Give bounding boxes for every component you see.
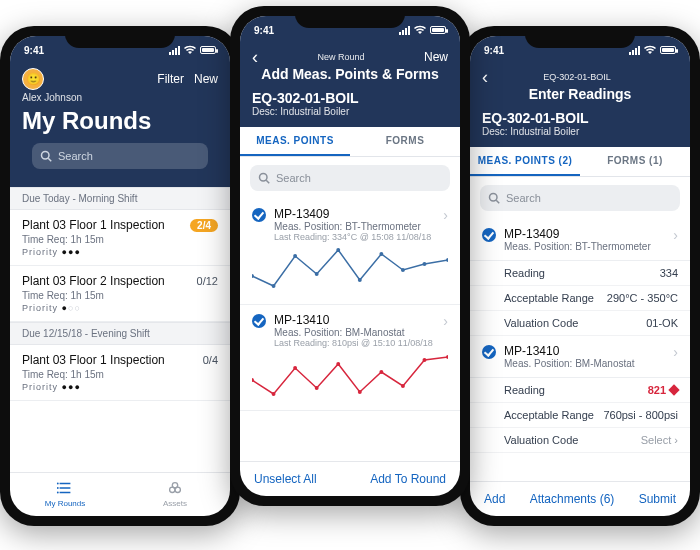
valuation-row[interactable]: Valuation Code Select ›	[470, 428, 690, 453]
meas-point-item[interactable]: MP-13410 Meas. Position: BM-Manostat Las…	[240, 305, 460, 411]
search-input[interactable]: Search	[480, 185, 680, 211]
round-item[interactable]: Plant 03 Floor 1 Inspection 0/4 Time Req…	[10, 345, 230, 401]
search-placeholder: Search	[506, 192, 541, 204]
svg-line-9	[266, 180, 269, 183]
tab-meas-points[interactable]: MEAS. POINTS (2)	[470, 147, 580, 176]
add-button[interactable]: Add	[484, 492, 505, 506]
round-title: Plant 03 Floor 1 Inspection	[22, 218, 165, 232]
submit-button[interactable]: Submit	[639, 492, 676, 506]
checkbox-checked-icon[interactable]	[482, 345, 496, 359]
unselect-all-button[interactable]: Unselect All	[254, 472, 317, 486]
valuation-select[interactable]: Select ›	[641, 434, 678, 446]
range-value: 760psi - 800psi	[603, 409, 678, 421]
tab-my-rounds[interactable]: My Rounds	[10, 473, 120, 516]
tab-bar: My Rounds Assets	[10, 472, 230, 516]
svg-point-30	[490, 194, 498, 202]
range-row: Acceptable Range 760psi - 800psi	[470, 403, 690, 428]
filter-button[interactable]: Filter	[157, 72, 184, 86]
valuation-row[interactable]: Valuation Code 01-OK	[470, 311, 690, 336]
tab-label: Assets	[163, 499, 187, 508]
round-item[interactable]: Plant 03 Floor 2 Inspection 0/12 Time Re…	[10, 266, 230, 322]
signal-icon	[399, 26, 410, 35]
svg-point-13	[315, 272, 319, 276]
svg-point-17	[401, 268, 405, 272]
svg-point-12	[293, 254, 297, 258]
field-label: Reading	[504, 267, 545, 279]
svg-line-31	[496, 200, 499, 203]
checkbox-checked-icon[interactable]	[252, 208, 266, 222]
reading-value: 334	[660, 267, 678, 279]
svg-point-23	[315, 386, 319, 390]
tab-label: My Rounds	[45, 499, 85, 508]
add-to-round-button[interactable]: Add To Round	[370, 472, 446, 486]
search-icon	[488, 192, 500, 204]
notch	[525, 26, 635, 48]
reading-row[interactable]: Reading 821	[470, 378, 690, 403]
mp-position: Meas. Position: BT-Thermometer	[504, 241, 665, 252]
progress-count: 0/12	[197, 275, 218, 287]
equipment-desc: Desc: Industrial Boiler	[252, 106, 448, 117]
svg-point-19	[446, 258, 448, 262]
page-title: Add Meas. Points & Forms	[252, 66, 448, 82]
field-label: Valuation Code	[504, 317, 578, 329]
svg-line-1	[48, 158, 51, 161]
alert-icon	[668, 384, 679, 395]
avatar[interactable]: 🙂	[22, 68, 44, 90]
user-name: Alex Johnson	[22, 92, 218, 103]
search-input[interactable]: Search	[250, 165, 450, 191]
notch	[65, 26, 175, 48]
search-input[interactable]: Search	[32, 143, 208, 169]
field-label: Acceptable Range	[504, 292, 594, 304]
status-time: 9:41	[24, 45, 44, 56]
meas-point-item[interactable]: MP-13410 Meas. Position: BM-Manostat ›	[470, 336, 690, 378]
svg-point-14	[336, 248, 340, 252]
tab-meas-points[interactable]: MEAS. POINTS	[240, 127, 350, 156]
sparkline-chart	[252, 352, 448, 402]
new-button[interactable]: New	[424, 50, 448, 64]
chevron-right-icon: ›	[443, 313, 448, 329]
range-row: Acceptable Range 290°C - 350°C	[470, 286, 690, 311]
equipment-id: EQ-302-01-BOIL	[482, 110, 678, 126]
breadcrumb: New Round	[258, 52, 424, 62]
new-button[interactable]: New	[194, 72, 218, 86]
field-label: Reading	[504, 384, 545, 396]
notch	[295, 6, 405, 28]
round-item[interactable]: Plant 03 Floor 1 Inspection 2/4 Time Req…	[10, 210, 230, 266]
meas-point-item[interactable]: MP-13409 Meas. Position: BT-Thermometer …	[240, 199, 460, 305]
tab-assets[interactable]: Assets	[120, 473, 230, 516]
svg-point-4	[57, 492, 59, 494]
time-req: Time Req: 1h 15m	[22, 234, 218, 245]
tab-forms[interactable]: FORMS (1)	[580, 147, 690, 176]
equipment-id: EQ-302-01-BOIL	[252, 90, 448, 106]
list-icon	[56, 479, 74, 497]
checkbox-checked-icon[interactable]	[252, 314, 266, 328]
chevron-right-icon: ›	[673, 344, 678, 360]
svg-point-26	[379, 370, 383, 374]
breadcrumb: EQ-302-01-BOIL	[488, 72, 666, 82]
valuation-value: 01-OK	[646, 317, 678, 329]
tab-forms[interactable]: FORMS	[350, 127, 460, 156]
priority-dots: Priority ●○○	[22, 303, 218, 313]
meas-point-item[interactable]: MP-13409 Meas. Position: BT-Thermometer …	[470, 219, 690, 261]
battery-icon	[430, 26, 446, 34]
attachments-button[interactable]: Attachments (6)	[530, 492, 615, 506]
checkbox-checked-icon[interactable]	[482, 228, 496, 242]
svg-point-21	[272, 392, 276, 396]
priority-dots: Priority ●●●	[22, 382, 218, 392]
svg-point-22	[293, 366, 297, 370]
mp-last-reading: Last Reading: 334°C @ 15:08 11/08/18	[274, 232, 435, 242]
time-req: Time Req: 1h 15m	[22, 369, 218, 380]
search-placeholder: Search	[276, 172, 311, 184]
status-time: 9:41	[484, 45, 504, 56]
mp-id: MP-13409	[274, 207, 435, 221]
svg-point-24	[336, 362, 340, 366]
reading-row[interactable]: Reading 334	[470, 261, 690, 286]
svg-point-25	[358, 390, 362, 394]
range-value: 290°C - 350°C	[607, 292, 678, 304]
field-label: Valuation Code	[504, 434, 578, 446]
svg-point-15	[358, 278, 362, 282]
svg-point-27	[401, 384, 405, 388]
sparkline-chart	[252, 246, 448, 296]
signal-icon	[629, 46, 640, 55]
svg-point-3	[57, 487, 59, 489]
